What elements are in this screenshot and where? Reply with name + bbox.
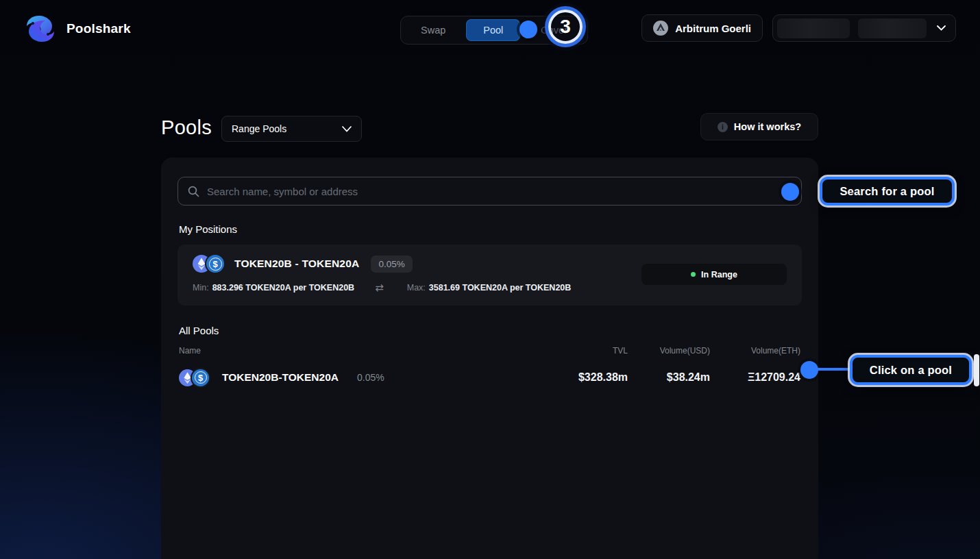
search-input[interactable] bbox=[207, 186, 792, 197]
column-header-volume-usd: Volume(USD) bbox=[628, 346, 710, 356]
column-header-volume-eth: Volume(ETH) bbox=[710, 346, 800, 356]
usd-token-icon: $ bbox=[206, 255, 224, 273]
pool-type-dropdown[interactable]: Range Pools bbox=[221, 116, 362, 142]
pools-table-header: Name TVL Volume(USD) Volume(ETH) bbox=[177, 346, 802, 356]
pool-volume-eth: Ξ12709.24 bbox=[710, 371, 800, 384]
max-value: 3581.69 TOKEN20A per TOKEN20B bbox=[429, 283, 572, 293]
annotation-dot-pool-row bbox=[800, 361, 818, 379]
chevron-down-icon bbox=[937, 25, 946, 31]
pool-type-label: Range Pools bbox=[232, 123, 286, 134]
search-bar[interactable] bbox=[177, 177, 802, 206]
scrollbar-thumb[interactable] bbox=[974, 354, 979, 386]
min-label: Min: bbox=[193, 283, 209, 293]
arbitrum-network-icon bbox=[653, 21, 668, 36]
brand: Poolshark bbox=[23, 14, 131, 44]
pool-row[interactable]: $ TOKEN20B-TOKEN20A 0.05% $328.38m $38.2… bbox=[177, 361, 802, 394]
tab-swap[interactable]: Swap bbox=[404, 19, 463, 41]
token-pair-icons: $ bbox=[193, 255, 224, 273]
annotation-dot-cover-tab bbox=[519, 21, 537, 38]
annotation-step-number: 3 bbox=[560, 16, 571, 38]
column-header-tvl: TVL bbox=[546, 346, 628, 356]
position-fee-badge: 0.05% bbox=[371, 256, 412, 273]
annotation-search-callout: Search for a pool bbox=[820, 177, 955, 206]
all-pools-title: All Pools bbox=[179, 325, 802, 336]
wallet-balance-redacted bbox=[777, 18, 850, 38]
position-card[interactable]: $ TOKEN20B - TOKEN20A 0.05% Min: 883.296… bbox=[177, 245, 802, 306]
poolshark-logo-icon bbox=[23, 14, 58, 44]
how-it-works-button[interactable]: i How it works? bbox=[700, 113, 818, 140]
position-pair-label: TOKEN20B - TOKEN20A bbox=[234, 258, 359, 270]
pool-name: TOKEN20B-TOKEN20A bbox=[222, 371, 339, 384]
annotation-pool-callout: Click on a pool bbox=[850, 355, 972, 385]
page-title: Pools bbox=[161, 116, 212, 139]
in-range-label: In Range bbox=[701, 270, 737, 280]
wallet-address-redacted bbox=[858, 18, 927, 38]
brand-name: Poolshark bbox=[66, 21, 131, 36]
annotation-search-callout-label: Search for a pool bbox=[840, 185, 934, 198]
in-range-dot-icon bbox=[691, 272, 696, 277]
my-positions-title: My Positions bbox=[179, 223, 802, 235]
annotation-step-circle: 3 bbox=[548, 10, 583, 44]
usd-token-icon: $ bbox=[192, 369, 209, 386]
annotation-dot-search bbox=[781, 183, 799, 201]
wallet-button[interactable] bbox=[772, 14, 956, 42]
tab-pool[interactable]: Pool bbox=[466, 19, 520, 41]
how-it-works-label: How it works? bbox=[734, 121, 801, 132]
column-header-name: Name bbox=[179, 346, 546, 356]
min-value: 883.296 TOKEN20A per TOKEN20B bbox=[212, 283, 355, 293]
pool-fee: 0.05% bbox=[357, 372, 384, 383]
info-icon: i bbox=[718, 122, 728, 132]
network-label: Arbitrum Goerli bbox=[675, 23, 751, 34]
token-pair-icons: $ bbox=[179, 369, 209, 386]
max-label: Max: bbox=[407, 283, 426, 293]
network-selector-button[interactable]: Arbitrum Goerli bbox=[641, 14, 763, 42]
chevron-down-icon bbox=[342, 126, 352, 132]
annotation-pool-callout-label: Click on a pool bbox=[870, 364, 952, 377]
in-range-status-badge: In Range bbox=[641, 264, 787, 285]
top-bar: Poolshark Swap Pool Cover Arbitrum Goerl… bbox=[0, 0, 980, 56]
search-icon bbox=[188, 186, 199, 197]
pool-volume-usd: $38.24m bbox=[628, 371, 710, 384]
pools-panel: My Positions $ TOK bbox=[161, 158, 818, 559]
swap-arrows-icon[interactable]: ⇄ bbox=[375, 282, 384, 294]
annotation-connector-line bbox=[816, 368, 852, 371]
pool-tvl: $328.38m bbox=[546, 371, 628, 384]
